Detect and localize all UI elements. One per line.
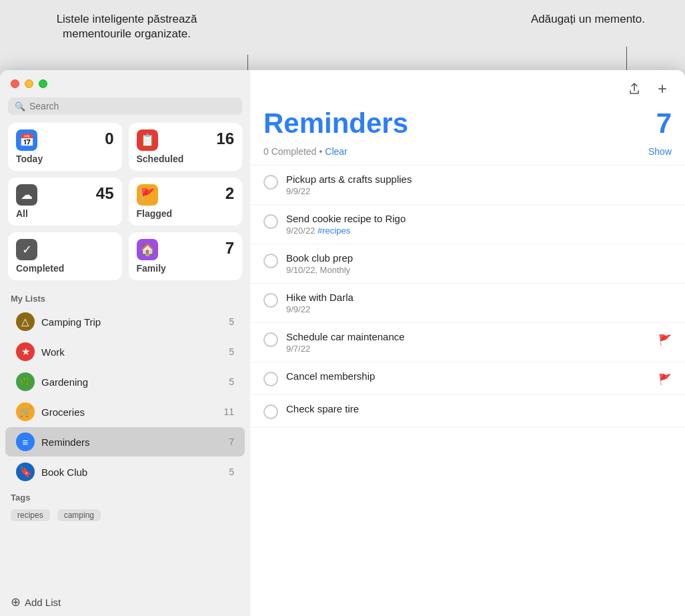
app-window: 🔍 📅 0 Today 📋 16 Scheduled ☁ 45 All 🚩 2 … bbox=[0, 70, 685, 616]
reminder-circle-2[interactable] bbox=[263, 214, 278, 229]
share-button[interactable] bbox=[624, 78, 645, 99]
list-icon-reminders: ≡ bbox=[16, 432, 35, 451]
list-name-camping: Camping Trip bbox=[41, 316, 222, 328]
list-name-work: Work bbox=[41, 346, 222, 358]
reminder-circle-5[interactable] bbox=[263, 332, 278, 347]
search-input[interactable] bbox=[29, 101, 235, 111]
list-icon-camping: △ bbox=[16, 312, 35, 331]
close-button[interactable] bbox=[11, 79, 19, 88]
maximize-button[interactable] bbox=[39, 79, 47, 88]
reminder-title-5: Schedule car maintenance bbox=[286, 331, 650, 342]
add-list-button[interactable]: ⊕ Add List bbox=[0, 588, 250, 616]
list-count-work: 5 bbox=[229, 346, 234, 357]
smart-card-label-completed: Completed bbox=[16, 263, 114, 274]
list-icon-gardening: 🌿 bbox=[16, 372, 35, 391]
list-item-bookclub[interactable]: 🔖 Book Club 5 bbox=[5, 457, 245, 487]
flag-icon-6: 🚩 bbox=[658, 373, 672, 386]
list-item-groceries[interactable]: 🛒 Groceries 11 bbox=[5, 397, 245, 426]
list-count-camping: 5 bbox=[229, 316, 234, 327]
list-name-gardening: Gardening bbox=[41, 376, 222, 388]
tag-pill[interactable]: recipes bbox=[11, 509, 50, 521]
reminder-item-3[interactable]: Book club prep 9/10/22, Monthly bbox=[250, 244, 685, 284]
reminder-sub-5: 9/7/22 bbox=[286, 344, 650, 354]
reminder-title-3: Book club prep bbox=[286, 252, 672, 264]
smart-card-top: ☁ 45 bbox=[16, 184, 114, 206]
list-name-bookclub: Book Club bbox=[41, 467, 222, 478]
list-name-reminders: Reminders bbox=[41, 436, 222, 448]
tooltip-right: Adăugați un memento. bbox=[531, 12, 645, 27]
titlebar bbox=[0, 70, 250, 95]
list-count-groceries: 11 bbox=[223, 406, 234, 417]
smart-card-icon-family: 🏠 bbox=[137, 239, 158, 260]
smart-card-all[interactable]: ☁ 45 All bbox=[8, 178, 122, 226]
completed-dot: • bbox=[319, 146, 322, 157]
smart-card-top: 🏠 7 bbox=[137, 239, 235, 260]
tag-pill-2[interactable]: camping bbox=[57, 509, 101, 521]
list-name-groceries: Groceries bbox=[41, 406, 217, 418]
tags-label: Tags bbox=[0, 487, 250, 505]
clear-link[interactable]: Clear bbox=[325, 146, 347, 157]
reminder-sub-2: 9/20/22 #recipes bbox=[286, 226, 672, 236]
reminder-item-5[interactable]: Schedule car maintenance 9/7/22 🚩 bbox=[250, 323, 685, 362]
reminder-title-2: Send cookie recipe to Rigo bbox=[286, 213, 672, 224]
smart-card-icon-completed: ✓ bbox=[16, 239, 37, 260]
reminder-circle-1[interactable] bbox=[263, 175, 278, 190]
smart-card-family[interactable]: 🏠 7 Family bbox=[129, 232, 243, 280]
smart-card-today[interactable]: 📅 0 Today bbox=[8, 123, 122, 171]
list-icon-groceries: 🛒 bbox=[16, 402, 35, 421]
show-link[interactable]: Show bbox=[648, 146, 672, 157]
smart-lists-grid: 📅 0 Today 📋 16 Scheduled ☁ 45 All 🚩 2 Fl… bbox=[0, 123, 250, 288]
reminder-title-4: Hike with Darla bbox=[286, 292, 672, 303]
main-count: 7 bbox=[656, 107, 672, 139]
lists-container: △ Camping Trip 5 ★ Work 5 🌿 Gardening 5 … bbox=[0, 306, 250, 487]
smart-card-flagged[interactable]: 🚩 2 Flagged bbox=[129, 178, 243, 226]
list-count-bookclub: 5 bbox=[229, 467, 234, 477]
list-item-camping[interactable]: △ Camping Trip 5 bbox=[5, 307, 245, 336]
reminder-circle-7[interactable] bbox=[263, 404, 278, 419]
reminder-item-1[interactable]: Pickup arts & crafts supplies 9/9/22 bbox=[250, 166, 685, 205]
main-title: Reminders bbox=[263, 107, 408, 139]
list-count-gardening: 5 bbox=[229, 376, 234, 387]
smart-card-scheduled[interactable]: 📋 16 Scheduled bbox=[129, 123, 243, 171]
completed-text: 0 Completed bbox=[263, 146, 316, 157]
reminder-body-6: Cancel membership bbox=[286, 370, 650, 382]
smart-card-label-all: All bbox=[16, 208, 114, 219]
tags-row: recipes camping bbox=[0, 505, 250, 527]
list-item-gardening[interactable]: 🌿 Gardening 5 bbox=[5, 367, 245, 396]
reminder-sub-3: 9/10/22, Monthly bbox=[286, 265, 672, 275]
reminder-item-2[interactable]: Send cookie recipe to Rigo 9/20/22 #reci… bbox=[250, 205, 685, 244]
search-bar[interactable]: 🔍 bbox=[8, 97, 242, 115]
reminder-circle-3[interactable] bbox=[263, 254, 278, 268]
smart-card-icon-scheduled: 📋 bbox=[137, 129, 158, 151]
smart-card-top: ✓ bbox=[16, 239, 114, 260]
minimize-button[interactable] bbox=[25, 79, 33, 88]
search-icon: 🔍 bbox=[15, 101, 25, 111]
reminder-circle-6[interactable] bbox=[263, 372, 278, 386]
reminder-body-1: Pickup arts & crafts supplies 9/9/22 bbox=[286, 174, 672, 196]
smart-card-completed[interactable]: ✓ Completed bbox=[8, 232, 122, 280]
tag-link-2[interactable]: #recipes bbox=[317, 226, 350, 236]
reminder-item-7[interactable]: Check spare tire bbox=[250, 395, 685, 428]
smart-card-label-flagged: Flagged bbox=[137, 208, 235, 219]
add-list-label: Add List bbox=[25, 597, 61, 608]
list-item-work[interactable]: ★ Work 5 bbox=[5, 337, 245, 366]
reminder-title-6: Cancel membership bbox=[286, 370, 650, 382]
reminder-item-6[interactable]: Cancel membership 🚩 bbox=[250, 362, 685, 395]
smart-card-count-all: 45 bbox=[96, 184, 114, 203]
reminder-circle-4[interactable] bbox=[263, 293, 278, 308]
list-count-reminders: 7 bbox=[229, 436, 234, 447]
smart-card-count-family: 7 bbox=[225, 239, 234, 258]
reminder-list: Pickup arts & crafts supplies 9/9/22 Sen… bbox=[250, 166, 685, 616]
smart-card-count-flagged: 2 bbox=[225, 184, 234, 203]
smart-card-icon-flagged: 🚩 bbox=[137, 184, 158, 206]
list-item-reminders[interactable]: ≡ Reminders 7 bbox=[5, 427, 245, 456]
reminder-body-2: Send cookie recipe to Rigo 9/20/22 #reci… bbox=[286, 213, 672, 236]
reminder-title-1: Pickup arts & crafts supplies bbox=[286, 174, 672, 185]
reminder-item-4[interactable]: Hike with Darla 9/9/22 bbox=[250, 284, 685, 323]
smart-card-top: 📋 16 bbox=[137, 129, 235, 151]
add-reminder-button[interactable]: + bbox=[652, 78, 673, 99]
smart-card-top: 📅 0 bbox=[16, 129, 114, 151]
smart-card-label-scheduled: Scheduled bbox=[137, 153, 235, 164]
main-toolbar: + bbox=[250, 70, 685, 105]
smart-card-top: 🚩 2 bbox=[137, 184, 235, 206]
